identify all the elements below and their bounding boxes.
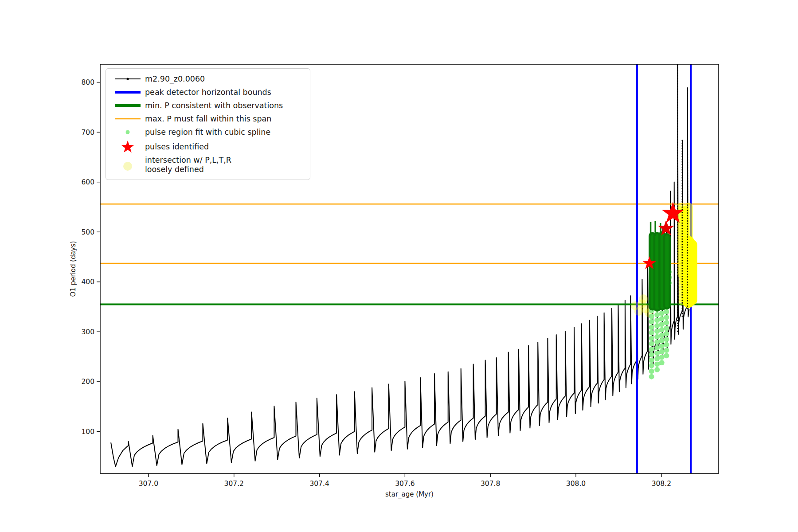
yellow-faint-dot xyxy=(639,294,648,303)
spline-dot xyxy=(649,368,654,374)
legend: m2.90_z0.0060 peak detector horizontal b… xyxy=(106,68,310,180)
spline-dot xyxy=(654,361,660,367)
spline-dot xyxy=(664,331,669,336)
spline-dot xyxy=(649,352,654,357)
legend-label-pulses: pulses identified xyxy=(145,142,209,152)
yellow-dot-sample xyxy=(110,157,145,172)
legend-row-intersection: intersection w/ P,L,T,R loosely defined xyxy=(110,155,305,175)
spline-dot xyxy=(659,332,665,338)
series-marker-icon xyxy=(126,78,129,80)
spline-dot xyxy=(659,355,665,360)
spline-dot xyxy=(649,347,654,352)
spline-dot xyxy=(654,312,660,317)
spline-dot xyxy=(664,336,669,342)
spline-dot xyxy=(649,319,654,325)
spline-dot xyxy=(654,356,660,361)
legend-label-peak-bounds: peak detector horizontal bounds xyxy=(145,88,271,97)
spline-dot xyxy=(654,329,660,334)
spline-dot xyxy=(654,340,660,345)
x-axis-label: star_age (Myr) xyxy=(385,490,434,499)
spline-dot-icon xyxy=(126,130,130,134)
x-tick-label: 308.2 xyxy=(652,480,671,488)
spline-dot xyxy=(659,321,665,327)
y-tick-label: 500 xyxy=(81,228,94,236)
x-tick-label: 308.0 xyxy=(566,480,586,488)
yellow-dot-icon xyxy=(123,162,132,171)
spline-dot xyxy=(654,351,660,356)
spline-dot xyxy=(649,363,654,368)
figure-canvas: 307.0307.2307.4307.6307.8308.0308.210020… xyxy=(0,0,798,532)
x-tick-label: 307.2 xyxy=(224,480,244,488)
legend-row-pulses: pulses identified xyxy=(110,139,305,155)
y-tick-label: 200 xyxy=(81,378,94,386)
spline-dot xyxy=(659,327,665,332)
spline-dot xyxy=(664,309,669,314)
green-line-sample xyxy=(110,100,145,111)
spline-dot xyxy=(649,336,654,341)
x-tick-label: 307.6 xyxy=(395,480,415,488)
legend-row-series: m2.90_z0.0060 xyxy=(110,72,305,86)
spline-dot-sample xyxy=(110,127,145,137)
spline-dot xyxy=(659,360,665,365)
spline-dot xyxy=(659,311,665,316)
legend-label-series: m2.90_z0.0060 xyxy=(145,74,205,84)
spline-dot xyxy=(659,344,665,349)
spline-dot xyxy=(664,342,669,348)
y-tick-label: 700 xyxy=(81,129,94,137)
y-axis-label: O1 period (days) xyxy=(69,241,77,297)
y-tick-label: 300 xyxy=(81,328,94,336)
orange-line-sample xyxy=(110,113,145,124)
spline-dot xyxy=(654,323,660,329)
blue-line-sample xyxy=(110,87,145,98)
spline-dot xyxy=(649,341,654,346)
y-tick-label: 800 xyxy=(81,78,94,86)
y-tick-label: 600 xyxy=(81,178,94,186)
spline-dot xyxy=(649,330,654,336)
spline-dot xyxy=(664,320,669,325)
y-tick-label: 100 xyxy=(81,428,94,436)
spline-dot xyxy=(649,374,654,379)
legend-label-intersection-2: loosely defined xyxy=(145,165,231,174)
legend-label-max-p: max. P must fall within this span xyxy=(145,114,271,124)
spline-dot xyxy=(664,315,669,320)
y-tick-label: 400 xyxy=(81,278,94,286)
spline-dot xyxy=(649,357,654,363)
spline-dot xyxy=(654,334,660,340)
x-tick-label: 307.0 xyxy=(139,480,158,488)
x-tick-label: 307.8 xyxy=(481,480,500,488)
spline-dot xyxy=(654,367,660,372)
spline-dot xyxy=(649,313,654,319)
legend-row-min-p: min. P consistent with observations xyxy=(110,99,305,112)
legend-label-intersection-1: intersection w/ P,L,T,R xyxy=(145,156,231,165)
spline-dot xyxy=(659,316,665,321)
x-tick-label: 307.4 xyxy=(309,480,329,488)
legend-label-spline: pulse region fit with cubic spline xyxy=(145,128,270,137)
series-line-sample xyxy=(110,74,145,84)
spline-dot xyxy=(659,349,665,354)
spline-dot xyxy=(659,338,665,344)
spline-dot xyxy=(664,325,669,331)
spline-dot xyxy=(654,345,660,350)
spline-dot xyxy=(664,348,669,353)
spline-dot xyxy=(649,325,654,330)
legend-label-min-p: min. P consistent with observations xyxy=(145,101,283,110)
spline-dot xyxy=(654,317,660,323)
spline-dot xyxy=(664,353,669,358)
legend-row-spline: pulse region fit with cubic spline xyxy=(110,125,305,139)
star-sample xyxy=(110,139,145,154)
star-icon xyxy=(121,141,134,153)
legend-row-peak-bounds: peak detector horizontal bounds xyxy=(110,86,305,99)
legend-row-max-p: max. P must fall within this span xyxy=(110,112,305,125)
